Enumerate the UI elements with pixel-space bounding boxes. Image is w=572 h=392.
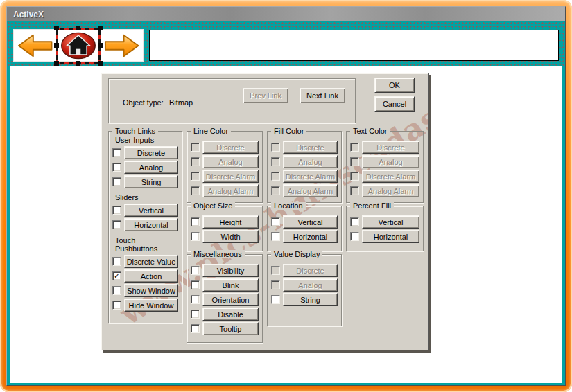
link-row-text-color-discrete-alarm: Discrete Alarm	[350, 170, 419, 183]
section-label-sliders: Sliders	[115, 193, 177, 202]
text-color-discrete-checkbox	[350, 143, 359, 152]
object-size-width-checkbox[interactable]	[191, 232, 200, 241]
link-row-value-display-analog: Analog	[271, 278, 338, 292]
location-horizontal-checkbox[interactable]	[271, 232, 280, 241]
home-icon-selection[interactable]	[56, 28, 100, 64]
touch-pushbuttons-show-window-checkbox[interactable]	[112, 286, 121, 295]
miscellaneous-blink-button[interactable]: Blink	[202, 278, 259, 292]
fill-color-analog-alarm-checkbox	[271, 186, 280, 195]
text-color-analog-button: Analog	[362, 155, 419, 168]
sliders-vertical-checkbox[interactable]	[112, 206, 121, 215]
user-inputs-string-button[interactable]: String	[124, 175, 178, 188]
link-row-touch-pushbuttons-hide-window: Hide Window	[112, 299, 178, 312]
fill-color-analog-alarm-button: Analog Alarm	[283, 184, 338, 197]
link-row-text-color-discrete: Discrete	[350, 141, 419, 154]
touch-pushbuttons-discrete-value-button[interactable]: Discrete Value	[124, 255, 178, 268]
link-row-miscellaneous-visibility: Visibility	[191, 264, 259, 277]
link-row-value-display-string: String	[271, 293, 338, 306]
location-vertical-checkbox[interactable]	[271, 217, 280, 226]
selection-handle[interactable]	[54, 61, 59, 66]
touch-pushbuttons-hide-window-button[interactable]: Hide Window	[124, 299, 178, 312]
link-row-line-color-analog: Analog	[191, 155, 259, 168]
line-color-analog-button: Analog	[202, 155, 259, 168]
group-location: Location VerticalHorizontal	[267, 206, 342, 251]
sliders-horizontal-button[interactable]: Horizontal	[124, 218, 178, 231]
miscellaneous-tooltip-checkbox[interactable]	[191, 324, 200, 333]
touch-pushbuttons-hide-window-checkbox[interactable]	[112, 301, 121, 310]
sliders-horizontal-checkbox[interactable]	[112, 220, 121, 229]
user-inputs-string-checkbox[interactable]	[112, 177, 121, 186]
miscellaneous-orientation-button[interactable]: Orientation	[202, 293, 259, 306]
link-row-line-color-analog-alarm: Analog Alarm	[191, 184, 259, 197]
user-inputs-discrete-checkbox[interactable]	[112, 148, 121, 157]
object-size-height-checkbox[interactable]	[191, 217, 200, 226]
link-row-fill-color-discrete: Discrete	[271, 141, 338, 154]
animation-links-dialog: www.plcs-hmi-scadas.com Object type: Bit…	[101, 73, 429, 350]
sliders-vertical-button[interactable]: Vertical	[124, 204, 178, 217]
cancel-button[interactable]: Cancel	[374, 96, 415, 112]
value-display-string-button[interactable]: String	[283, 293, 338, 306]
line-color-discrete-checkbox	[191, 143, 200, 152]
touch-pushbuttons-action-button[interactable]: Action	[124, 269, 178, 283]
line-color-discrete-alarm-button: Discrete Alarm	[202, 170, 259, 183]
touch-pushbuttons-show-window-button[interactable]: Show Window	[124, 284, 178, 297]
link-row-percent-fill-horizontal: Horizontal	[350, 230, 419, 243]
user-inputs-analog-button[interactable]: Analog	[124, 161, 178, 174]
group-touch-links: Touch Links User Inputs DiscreteAnalogSt…	[108, 131, 182, 323]
location-vertical-button[interactable]: Vertical	[283, 215, 338, 229]
miscellaneous-tooltip-button[interactable]: Tooltip	[202, 322, 259, 335]
selection-handle[interactable]	[76, 26, 80, 30]
touch-pushbuttons-action-checkbox[interactable]: ✓	[112, 271, 121, 280]
miscellaneous-blink-checkbox[interactable]	[191, 280, 200, 289]
group-title: Touch Links	[112, 127, 158, 135]
miscellaneous-visibility-button[interactable]: Visibility	[202, 264, 259, 277]
back-arrow-icon[interactable]	[17, 33, 53, 59]
ok-button[interactable]: OK	[374, 78, 415, 93]
group-title: Text Color	[350, 127, 390, 135]
selection-handle[interactable]	[98, 43, 103, 48]
user-inputs-analog-checkbox[interactable]	[112, 163, 121, 172]
selection-handle[interactable]	[98, 61, 103, 66]
home-icon[interactable]	[59, 30, 98, 61]
user-inputs-discrete-button[interactable]: Discrete	[124, 146, 178, 159]
fill-color-discrete-alarm-checkbox	[271, 172, 280, 181]
group-title: Line Color	[191, 127, 231, 135]
miscellaneous-disable-button[interactable]: Disable	[202, 308, 259, 321]
miscellaneous-orientation-checkbox[interactable]	[191, 295, 200, 304]
prev-link-button: Prev Link	[243, 88, 288, 103]
percent-fill-horizontal-checkbox[interactable]	[350, 232, 359, 241]
link-row-touch-pushbuttons-discrete-value: Discrete Value	[112, 255, 178, 268]
percent-fill-horizontal-button[interactable]: Horizontal	[362, 230, 419, 243]
selection-handle[interactable]	[76, 61, 80, 66]
fill-color-discrete-checkbox	[271, 143, 280, 152]
object-size-width-button[interactable]: Width	[202, 230, 259, 243]
line-color-analog-checkbox	[191, 157, 200, 166]
text-color-discrete-alarm-button: Discrete Alarm	[362, 170, 419, 183]
link-row-fill-color-discrete-alarm: Discrete Alarm	[271, 170, 338, 183]
miscellaneous-disable-checkbox[interactable]	[191, 310, 200, 319]
group-percent-fill: Percent Fill VerticalHorizontal	[346, 206, 424, 251]
percent-fill-vertical-button[interactable]: Vertical	[362, 215, 419, 229]
link-row-fill-color-analog: Analog	[271, 155, 338, 168]
link-row-line-color-discrete: Discrete	[191, 141, 259, 154]
line-color-discrete-button: Discrete	[202, 141, 259, 154]
touch-pushbuttons-discrete-value-checkbox[interactable]	[112, 257, 121, 266]
text-color-discrete-button: Discrete	[362, 141, 419, 154]
link-row-miscellaneous-tooltip: Tooltip	[191, 322, 259, 335]
next-link-button[interactable]: Next Link	[300, 88, 345, 103]
link-row-user-inputs-string: String	[112, 175, 178, 188]
percent-fill-vertical-checkbox[interactable]	[350, 217, 359, 226]
location-horizontal-button[interactable]: Horizontal	[283, 230, 338, 243]
fill-color-analog-button: Analog	[283, 155, 338, 168]
selection-handle[interactable]	[98, 26, 103, 30]
link-row-miscellaneous-blink: Blink	[191, 278, 259, 292]
value-display-string-checkbox[interactable]	[271, 295, 280, 304]
group-title: Fill Color	[271, 127, 306, 135]
link-row-user-inputs-discrete: Discrete	[112, 146, 178, 159]
miscellaneous-visibility-checkbox[interactable]	[191, 266, 200, 275]
selection-handle[interactable]	[54, 43, 59, 48]
value-display-discrete-button: Discrete	[283, 264, 338, 277]
object-size-height-button[interactable]: Height	[202, 215, 259, 229]
forward-arrow-icon[interactable]	[104, 33, 139, 59]
selection-handle[interactable]	[54, 26, 59, 30]
